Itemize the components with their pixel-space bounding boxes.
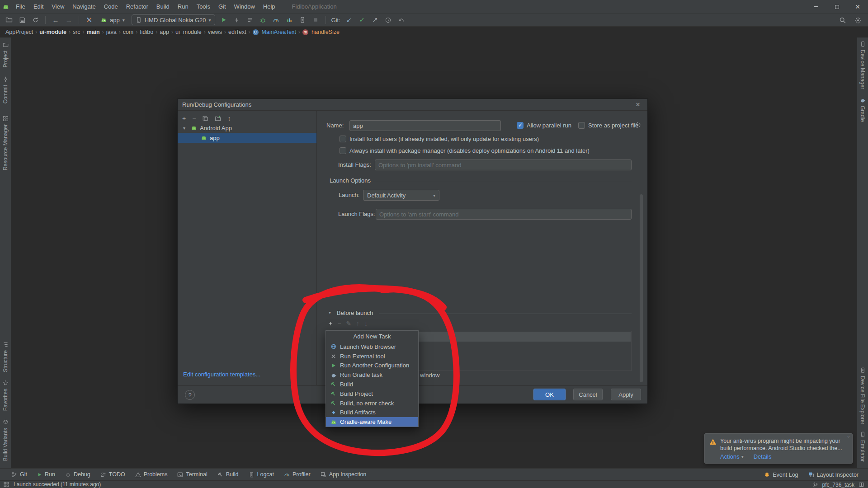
toolwindow-todo[interactable]: TODO: [95, 469, 130, 481]
toolwindow-app-inspection[interactable]: App Inspection: [316, 469, 372, 481]
project-structure-icon[interactable]: [85, 15, 94, 25]
minimize-button[interactable]: [806, 0, 826, 14]
cancel-button[interactable]: Cancel: [573, 389, 603, 400]
add-task-icon[interactable]: +: [329, 320, 332, 327]
android-profiler-icon[interactable]: [285, 15, 294, 25]
add-configuration-icon[interactable]: +: [182, 115, 186, 122]
store-gear-icon[interactable]: [634, 122, 641, 128]
popup-item-run-external-tool[interactable]: Run External tool: [326, 352, 418, 361]
menu-refactor[interactable]: Refactor: [122, 0, 152, 14]
tool-button-resource-manager[interactable]: Resource Manager: [2, 116, 9, 170]
popup-item-gradle-aware-make[interactable]: Gradle-aware Make: [326, 417, 418, 427]
name-input[interactable]: [349, 120, 501, 131]
always-install-package-manager-checkbox[interactable]: [340, 147, 346, 154]
profiler-icon[interactable]: [272, 15, 281, 25]
open-folder-icon[interactable]: [5, 15, 14, 25]
menu-build[interactable]: Build: [152, 0, 174, 14]
menu-view[interactable]: View: [47, 0, 68, 14]
git-branch-name[interactable]: pfc_736_task: [822, 482, 854, 488]
install-for-all-users-checkbox[interactable]: [340, 136, 346, 142]
breadcrumb-item[interactable]: ui_module: [175, 29, 202, 35]
install-for-all-users-label[interactable]: Install for all users (if already instal…: [349, 134, 539, 145]
debug-icon[interactable]: [259, 15, 268, 25]
apply-code-changes-icon[interactable]: [245, 15, 255, 25]
move-task-down-icon[interactable]: ↓: [364, 320, 368, 327]
breadcrumb-item-class[interactable]: MainAreaText: [262, 29, 296, 35]
popup-item-build-no-error-check[interactable]: Build, no error check: [326, 399, 418, 408]
menu-run[interactable]: Run: [174, 0, 193, 14]
tool-button-gradle[interactable]: Gradle: [859, 97, 866, 122]
sort-configurations-icon[interactable]: ↕: [227, 115, 231, 122]
breadcrumb-item[interactable]: com: [123, 29, 134, 35]
edit-configuration-templates-link[interactable]: Edit configuration templates...: [183, 371, 260, 378]
popup-item-build-project[interactable]: Build Project: [326, 389, 418, 399]
toolwindow-logcat[interactable]: Logcat: [244, 469, 279, 481]
toolwindow-event-log[interactable]: Event Log: [759, 469, 803, 481]
sync-icon[interactable]: [31, 15, 40, 25]
antivirus-notification[interactable]: Your anti-virus program might be impacti…: [704, 433, 853, 464]
apply-changes-icon[interactable]: [232, 15, 241, 25]
always-install-package-manager-label[interactable]: Always install with package manager (dis…: [349, 145, 590, 156]
popup-item-run-another-configuration[interactable]: Run Another Configuration: [326, 361, 418, 371]
toolwindow-switcher-icon[interactable]: [4, 482, 9, 487]
dialog-close-icon[interactable]: ✕: [633, 101, 643, 108]
rollback-icon[interactable]: [397, 15, 406, 25]
apply-button[interactable]: Apply: [611, 389, 641, 400]
menu-help[interactable]: Help: [259, 0, 279, 14]
tool-button-build-variants[interactable]: Build Variants: [2, 419, 9, 461]
tool-button-emulator[interactable]: Emulator: [859, 432, 866, 462]
before-launch-collapse-icon[interactable]: ▾: [329, 310, 331, 315]
menu-file[interactable]: File: [12, 0, 29, 14]
tool-button-commit[interactable]: Commit: [2, 76, 9, 103]
stop-icon[interactable]: [311, 15, 320, 25]
breadcrumb-item[interactable]: ediText: [228, 29, 246, 35]
launch-flags-input[interactable]: [376, 209, 632, 220]
remove-task-icon[interactable]: −: [337, 320, 341, 327]
move-task-up-icon[interactable]: ↑: [356, 320, 359, 327]
allow-parallel-run-checkbox[interactable]: [517, 122, 524, 129]
close-button[interactable]: ✕: [847, 0, 868, 14]
tool-button-device-manager[interactable]: Device Manager: [859, 41, 866, 89]
menu-navigate[interactable]: Navigate: [68, 0, 99, 14]
breadcrumb-item[interactable]: views: [208, 29, 222, 35]
tree-expand-icon[interactable]: ▾: [183, 126, 185, 131]
toolwindow-build[interactable]: Build: [212, 469, 244, 481]
breadcrumb-item[interactable]: ui-module: [39, 29, 66, 35]
breadcrumb-item[interactable]: app: [160, 29, 169, 35]
menu-git[interactable]: Git: [214, 0, 230, 14]
edit-task-icon[interactable]: ✎: [346, 320, 351, 327]
reader-mode-icon[interactable]: [859, 482, 864, 488]
menu-edit[interactable]: Edit: [29, 0, 47, 14]
breadcrumb-item[interactable]: main: [87, 29, 100, 35]
run-configuration-combo[interactable]: app ▾: [98, 14, 127, 25]
new-folder-icon[interactable]: [215, 115, 221, 122]
settings-gear-icon[interactable]: [854, 15, 863, 25]
copy-configuration-icon[interactable]: [202, 115, 208, 122]
menu-tools[interactable]: Tools: [193, 0, 214, 14]
tree-item-app[interactable]: app: [178, 133, 316, 143]
popup-item-build[interactable]: Build: [326, 380, 418, 389]
toolwindow-problems[interactable]: Problems: [130, 469, 173, 481]
tool-button-device-file-explorer[interactable]: Device File Explorer: [859, 367, 866, 424]
activate-tool-window-label-fragment[interactable]: window: [420, 372, 439, 379]
breadcrumb-item[interactable]: AppProject: [5, 29, 33, 35]
git-update-icon[interactable]: ↙: [344, 15, 354, 25]
notification-actions-link[interactable]: Actions: [720, 453, 740, 460]
git-commit-icon[interactable]: ✓: [358, 15, 367, 25]
run-icon[interactable]: [219, 15, 228, 25]
toolwindow-debug[interactable]: Debug: [60, 469, 95, 481]
toolwindow-layout-inspector[interactable]: Layout Inspector: [803, 469, 863, 481]
tool-button-structure[interactable]: Structure: [2, 342, 9, 372]
menu-code[interactable]: Code: [100, 0, 122, 14]
menu-window[interactable]: Window: [230, 0, 259, 14]
remove-configuration-icon[interactable]: −: [192, 115, 196, 122]
launch-mode-combo[interactable]: Default Activity ▾: [363, 190, 439, 201]
forward-icon[interactable]: →: [64, 15, 73, 25]
store-as-project-file-checkbox[interactable]: [578, 122, 585, 129]
store-as-project-file-label[interactable]: Store as project file: [588, 120, 638, 131]
history-icon[interactable]: [384, 15, 393, 25]
save-icon[interactable]: [18, 15, 27, 25]
popup-item-run-gradle-task[interactable]: Run Gradle task: [326, 370, 418, 380]
install-flags-input[interactable]: [375, 160, 632, 170]
breadcrumb-item[interactable]: java: [106, 29, 117, 35]
